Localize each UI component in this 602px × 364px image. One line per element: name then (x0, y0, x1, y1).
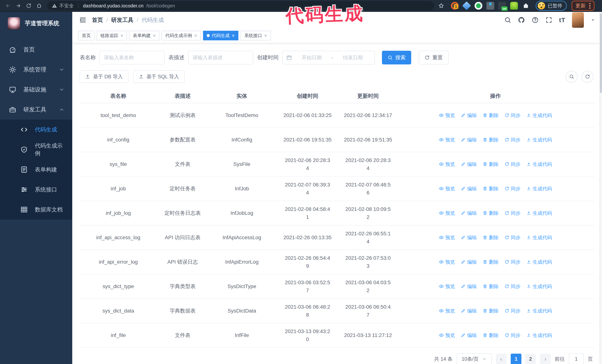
sync-link[interactable]: 同步 (505, 332, 520, 339)
browser-back-icon[interactable] (3, 1, 13, 10)
table-desc-input[interactable] (188, 51, 253, 64)
browser-home-icon[interactable] (34, 1, 44, 10)
generate-code-link[interactable]: 生成代码 (527, 209, 552, 217)
goto-page-input[interactable] (569, 353, 584, 364)
date-range-picker[interactable]: 开始日期 - 结束日期 (282, 51, 375, 64)
edit-link[interactable]: 编辑 (461, 161, 477, 168)
sidebar-subitem-codegen[interactable]: 代码生成 (0, 120, 72, 140)
table-name-input[interactable] (99, 51, 165, 64)
end-date-placeholder[interactable]: 结束日期 (335, 54, 371, 61)
bookmark-star-icon[interactable] (438, 3, 444, 9)
generate-code-link[interactable]: 生成代码 (527, 185, 552, 192)
preview-link[interactable]: 预览 (439, 234, 455, 241)
browser-reload-icon[interactable] (24, 1, 33, 10)
extension-diamond-icon[interactable] (462, 1, 471, 10)
preview-link[interactable]: 预览 (439, 185, 455, 192)
generate-code-link[interactable]: 生成代码 (527, 283, 552, 290)
font-size-icon[interactable]: tT (559, 16, 565, 23)
preview-link[interactable]: 预览 (439, 161, 455, 168)
refresh-table-button[interactable] (582, 71, 593, 83)
preview-link[interactable]: 预览 (439, 307, 455, 315)
sidebar-item-infra[interactable]: 基础设施 (0, 80, 72, 100)
generate-code-link[interactable]: 生成代码 (527, 136, 552, 144)
tab-5[interactable]: 系统接口× (241, 31, 271, 40)
delete-link[interactable]: 删除 (483, 234, 499, 241)
scrollbar-thumb[interactable] (600, 13, 602, 93)
tab-2[interactable]: 表单构建× (129, 31, 159, 40)
delete-link[interactable]: 删除 (483, 185, 499, 192)
github-icon[interactable] (518, 16, 525, 23)
sync-link[interactable]: 同步 (505, 209, 520, 217)
profile-paused-pill[interactable]: 已暂停 (536, 1, 567, 11)
help-icon[interactable] (532, 16, 539, 23)
address-bar[interactable]: 不安全 dashboard.yudao.iocoder.cn/tool/code… (47, 1, 434, 10)
generate-code-link[interactable]: 生成代码 (527, 332, 552, 339)
close-icon[interactable]: × (232, 33, 235, 38)
start-date-placeholder[interactable]: 开始日期 (294, 54, 330, 61)
sidebar-item-system[interactable]: 系统管理 (0, 60, 72, 80)
sync-link[interactable]: 同步 (505, 136, 520, 144)
preview-link[interactable]: 预览 (439, 258, 455, 266)
sidebar-logo-row[interactable]: 芋道管理系统 (0, 12, 72, 35)
sidebar-subitem-form-builder[interactable]: 表单构建 (0, 160, 72, 180)
generate-code-link[interactable]: 生成代码 (527, 234, 552, 241)
edit-link[interactable]: 编辑 (461, 283, 477, 290)
sidebar-subitem-system-api[interactable]: 系统接口 (0, 180, 72, 200)
next-page-button[interactable]: › (540, 354, 551, 364)
browser-menu-icon[interactable] (589, 3, 591, 9)
preview-link[interactable]: 预览 (439, 136, 455, 144)
fullscreen-icon[interactable] (545, 16, 552, 23)
extension-drop-icon[interactable] (486, 2, 494, 10)
delete-link[interactable]: 删除 (483, 161, 499, 168)
edit-link[interactable]: 编辑 (461, 136, 477, 144)
tab-4[interactable]: 代码生成× (203, 31, 238, 40)
delete-link[interactable]: 删除 (483, 136, 499, 144)
not-secure-warning[interactable]: 不安全 (52, 3, 74, 9)
breadcrumb-item[interactable]: 研发工具 (111, 16, 133, 24)
edit-link[interactable]: 编辑 (461, 112, 477, 119)
sync-link[interactable]: 同步 (505, 258, 520, 266)
preview-link[interactable]: 预览 (439, 112, 455, 119)
delete-link[interactable]: 删除 (483, 258, 499, 266)
generate-code-link[interactable]: 生成代码 (527, 307, 552, 315)
search-button[interactable]: 搜索 (382, 51, 411, 64)
sync-link[interactable]: 同步 (505, 283, 520, 290)
delete-link[interactable]: 删除 (483, 209, 499, 217)
edit-link[interactable]: 编辑 (461, 185, 477, 192)
page-size-select[interactable]: 10条/页 (457, 353, 492, 364)
close-icon[interactable]: × (120, 33, 123, 38)
breadcrumb-item[interactable]: 首页 (92, 16, 103, 24)
close-icon[interactable]: × (264, 33, 267, 38)
generate-code-link[interactable]: 生成代码 (527, 112, 552, 119)
preview-link[interactable]: 预览 (439, 332, 455, 339)
preview-link[interactable]: 预览 (439, 283, 455, 290)
delete-link[interactable]: 删除 (483, 112, 499, 119)
preview-link[interactable]: 预览 (439, 209, 455, 217)
page-button-2[interactable]: 2 (525, 354, 536, 364)
delete-link[interactable]: 删除 (483, 332, 499, 339)
import-db-button[interactable]: 基于 DB 导入 (80, 70, 128, 83)
extension-green-mascot-icon[interactable] (510, 2, 518, 10)
tab-0[interactable]: 首页 (78, 31, 95, 40)
browser-update-button[interactable]: 更新 (572, 1, 594, 11)
search-icon[interactable] (504, 16, 511, 23)
sync-link[interactable]: 同步 (505, 307, 520, 315)
tab-1[interactable]: 链路追踪× (97, 31, 127, 40)
sync-link[interactable]: 同步 (505, 234, 520, 241)
generate-code-link[interactable]: 生成代码 (527, 161, 552, 168)
chevron-down-icon[interactable] (591, 18, 595, 22)
edit-link[interactable]: 编辑 (461, 307, 477, 315)
sync-link[interactable]: 同步 (505, 161, 520, 168)
delete-link[interactable]: 删除 (483, 307, 499, 315)
sidebar-subitem-db-doc[interactable]: 数据库文档 (0, 200, 72, 219)
sync-link[interactable]: 同步 (505, 185, 520, 192)
generate-code-link[interactable]: 生成代码 (527, 258, 552, 266)
import-sql-button[interactable]: 基于 SQL 导入 (133, 70, 185, 83)
edit-link[interactable]: 编辑 (461, 258, 477, 266)
edit-link[interactable]: 编辑 (461, 332, 477, 339)
close-icon[interactable]: × (153, 33, 156, 38)
sidebar-item-devtools[interactable]: 研发工具 (0, 100, 72, 120)
prev-page-button[interactable]: ‹ (496, 354, 507, 364)
close-icon[interactable]: × (194, 33, 197, 38)
puzzle-piece-icon[interactable] (522, 2, 530, 10)
